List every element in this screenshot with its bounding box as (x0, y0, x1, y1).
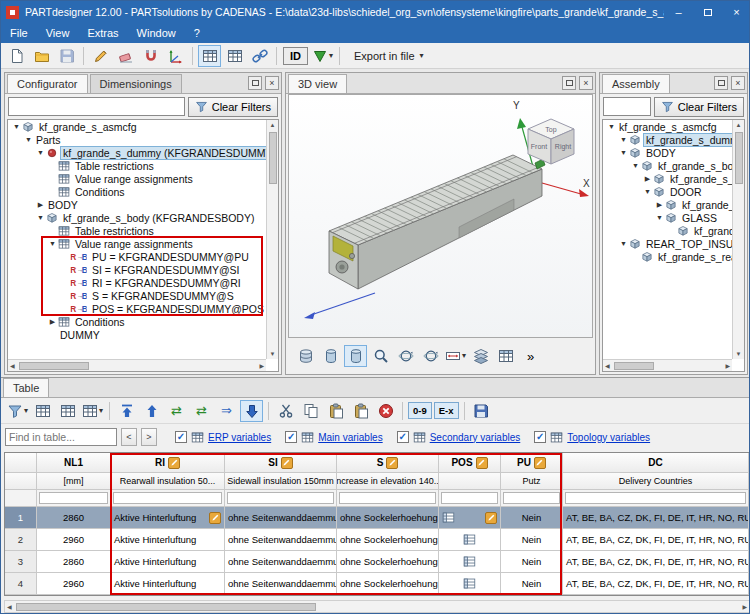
checkbox-erp-variables[interactable]: ✓ (175, 431, 187, 443)
assembly-tree-item[interactable]: ▼GLASS (603, 211, 744, 224)
transfer-all-icon[interactable]: ⇄ (190, 400, 213, 422)
scroll-right-icon[interactable]: ▶ (723, 360, 732, 371)
configurator-tree-item[interactable]: PU = KFGRANDESDUMMY@PU (8, 250, 278, 263)
viewcube-top-label[interactable]: Top (545, 126, 556, 134)
scroll-thumb[interactable] (614, 362, 654, 370)
scroll-left-icon[interactable]: ◀ (8, 360, 17, 371)
assembly-tree-item[interactable]: ▼REAR_TOP_INSUL (603, 237, 744, 250)
assembly-tree-item[interactable]: ▶kf_grande_s_do (603, 172, 744, 185)
horizontal-scrollbar[interactable]: ◀▶ (8, 359, 266, 371)
row-number[interactable]: 1 (5, 507, 37, 528)
collapse-arrow-icon[interactable]: ▶ (654, 201, 665, 209)
move-up-icon[interactable] (140, 400, 163, 422)
table-row-1[interactable]: 12860Aktive Hinterluftungohne Seitenwand… (5, 507, 749, 529)
filter-input-POS[interactable] (441, 492, 498, 504)
filter-input-S[interactable] (339, 492, 436, 504)
assembly-tree-item[interactable]: ▶kf_grande_s_do (603, 198, 744, 211)
assembly-tree-item[interactable]: kf_grande_s (603, 224, 744, 237)
table-icon[interactable] (31, 400, 54, 422)
delete-row-icon[interactable] (374, 400, 397, 422)
apply-icon[interactable]: ⇒ (215, 400, 238, 422)
zoom-icon[interactable] (369, 345, 392, 367)
transfer-icon[interactable]: ⇄ (165, 400, 188, 422)
tab-configurator[interactable]: Configurator (7, 74, 88, 93)
table-edit-icon[interactable] (223, 45, 246, 67)
table-cell-S[interactable]: ohne Sockelerhoehung (337, 529, 439, 550)
more-tools-icon[interactable]: » (519, 345, 542, 367)
numeric-format-button[interactable]: 0-9 (408, 402, 432, 419)
collapse-arrow-icon[interactable]: ▶ (642, 175, 653, 183)
rotate-view-icon[interactable] (394, 345, 417, 367)
configurator-tree-item[interactable]: S = KFGRANDESDUMMY@S (8, 289, 278, 302)
find-next-button[interactable]: > (141, 428, 157, 446)
menu-item-file[interactable]: File (1, 24, 37, 42)
open-file-icon[interactable] (30, 45, 53, 67)
assembly-tree-item[interactable]: ▼BODY (603, 146, 744, 159)
table-cell-S[interactable]: ohne Sockelerhoehung (337, 573, 439, 594)
assembly-tree-item[interactable]: ▼DOOR (603, 185, 744, 198)
edit-sketch-icon[interactable] (89, 45, 112, 67)
float-panel-button[interactable] (248, 76, 262, 90)
attach-icon[interactable] (139, 45, 162, 67)
table-row-2[interactable]: 22960Aktive Hinterluftungohne Seitenwand… (5, 529, 749, 551)
filter-input-NL1[interactable] (39, 492, 108, 504)
3d-viewport[interactable]: X Y Top Front Right (288, 94, 593, 338)
expand-arrow-icon[interactable]: ▼ (618, 136, 629, 143)
viewcube-right-label[interactable]: Right (555, 143, 571, 151)
configurator-tree-item[interactable]: ▼Parts (8, 133, 278, 146)
table-cell-RI[interactable]: Aktive Hinterluftung (111, 507, 225, 528)
table-cell-POS[interactable] (439, 551, 501, 572)
save-icon[interactable] (55, 45, 78, 67)
menu-item-help[interactable]: ? (185, 24, 209, 42)
edit-pencil-icon[interactable] (534, 457, 546, 469)
configurator-tree-item[interactable]: Table restrictions (8, 224, 278, 237)
close-panel-button[interactable]: × (265, 76, 279, 90)
column-header-RI[interactable]: RI (111, 453, 225, 472)
close-panel-button[interactable]: × (731, 76, 745, 90)
table-row-3[interactable]: 32860Aktive Hinterluftungohne Seitenwand… (5, 551, 749, 573)
filter-link-erp-variables[interactable]: ERP variables (208, 432, 271, 443)
configurator-tree-item[interactable]: Conditions (8, 185, 278, 198)
erase-icon[interactable] (114, 45, 137, 67)
filter-link-topology-variables[interactable]: Topology variables (567, 432, 650, 443)
export-button[interactable]: Export in file▾ (344, 46, 434, 66)
row-number[interactable]: 4 (5, 573, 37, 594)
table-cell-POS[interactable] (439, 529, 501, 550)
float-panel-button[interactable] (562, 76, 576, 90)
table-cell-NL1[interactable]: 2960 (37, 529, 111, 550)
expand-arrow-icon[interactable]: ▼ (35, 214, 46, 221)
configurator-tree-item[interactable]: ▼kf_grande_s_dummy (KFGRANDESDUMMY) (8, 146, 278, 159)
scroll-down-icon[interactable]: ▼ (734, 349, 744, 359)
configurator-tree-item[interactable]: DUMMY (8, 328, 278, 341)
vertical-scrollbar[interactable]: ▲▼ (732, 120, 744, 359)
cut-icon[interactable] (274, 400, 297, 422)
row-number[interactable]: 2 (5, 529, 37, 550)
coordinate-axes-icon[interactable] (164, 45, 187, 67)
column-header-SI[interactable]: SI (225, 453, 337, 472)
checkbox-topology-variables[interactable]: ✓ (534, 431, 546, 443)
scroll-right-icon[interactable]: ▶ (257, 360, 266, 371)
close-panel-button[interactable]: × (579, 76, 593, 90)
menu-item-extras[interactable]: Extras (78, 24, 127, 42)
table-cell-SI[interactable]: ohne Seitenwanddaemmung (225, 507, 337, 528)
scroll-down-icon[interactable]: ▼ (268, 349, 278, 359)
tab-table[interactable]: Table (3, 378, 49, 397)
expand-arrow-icon[interactable]: ▼ (654, 214, 665, 221)
configurator-tree-item[interactable]: ▼kf_grande_s_asmcfg (8, 120, 278, 133)
configurator-tree-item[interactable]: SI = KFGRANDESDUMMY@SI (8, 263, 278, 276)
scroll-thumb[interactable] (19, 362, 89, 370)
grid-icon[interactable] (494, 345, 517, 367)
id-button[interactable]: ID (283, 47, 308, 65)
configurator-tree-item[interactable]: ▶BODY (8, 198, 278, 211)
expand-arrow-icon[interactable]: ▼ (47, 240, 58, 247)
expand-arrow-icon[interactable]: ▼ (23, 136, 34, 143)
table-add-icon[interactable] (56, 400, 79, 422)
scroll-right-icon[interactable]: ▶ (740, 601, 749, 612)
copy-icon[interactable] (299, 400, 322, 422)
filter-link-secondary-variables[interactable]: Secondary variables (430, 432, 521, 443)
find-in-table-input[interactable] (5, 428, 117, 446)
table-cell-SI[interactable]: ohne Seitenwanddaemmung (225, 529, 337, 550)
maximize-button[interactable] (693, 1, 722, 23)
configurator-tree-item[interactable]: Value range assignments (8, 172, 278, 185)
expand-arrow-icon[interactable]: ▼ (642, 188, 653, 195)
